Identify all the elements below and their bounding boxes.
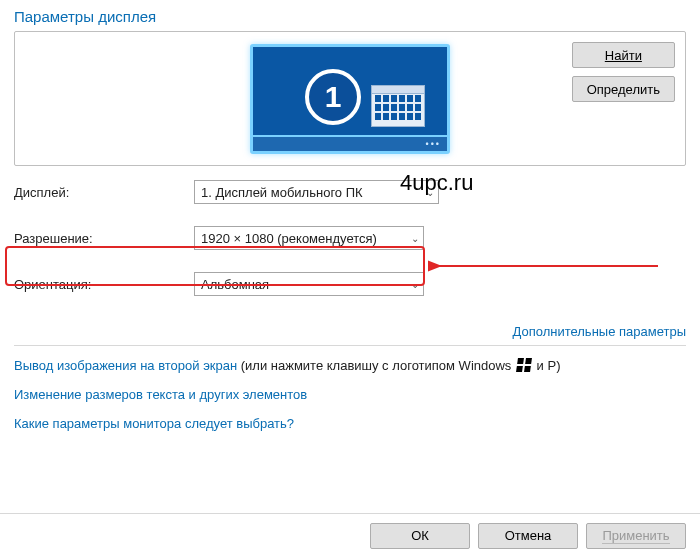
ok-button[interactable]: ОК [370, 523, 470, 549]
advanced-settings-link[interactable]: Дополнительные параметры [512, 324, 686, 339]
apply-button[interactable]: Применить [586, 523, 686, 549]
display-select-value: 1. Дисплей мобильного ПК [201, 185, 363, 200]
resolution-select-value: 1920 × 1080 (рекомендуется) [201, 231, 377, 246]
monitor-number-badge: 1 [305, 69, 361, 125]
text-scaling-link[interactable]: Изменение размеров текста и других элеме… [14, 387, 307, 402]
project-second-screen-link[interactable]: Вывод изображения на второй экран [14, 358, 237, 373]
display-row: Дисплей: 1. Дисплей мобильного ПК ⌄ [14, 180, 686, 204]
section-title: Параметры дисплея [14, 8, 686, 25]
help-text: и P) [533, 358, 561, 373]
orientation-label: Ориентация: [14, 277, 194, 292]
watermark-text: 4upc.ru [400, 170, 473, 196]
cancel-button[interactable]: Отмена [478, 523, 578, 549]
monitor-thumbnail[interactable]: 1 ••• [250, 44, 450, 154]
chevron-down-icon: ⌄ [411, 279, 419, 290]
display-label: Дисплей: [14, 185, 194, 200]
resolution-select[interactable]: 1920 × 1080 (рекомендуется) ⌄ [194, 226, 424, 250]
monitor-identify-panel: 1 ••• Найти Определить [14, 31, 686, 166]
dialog-footer: ОК Отмена Применить [0, 513, 700, 557]
find-button[interactable]: Найти [572, 42, 675, 68]
orientation-row: Ориентация: Альбомная ⌄ [14, 272, 686, 296]
detect-button[interactable]: Определить [572, 76, 675, 102]
taskbar-dots-icon: ••• [426, 139, 441, 149]
orientation-select[interactable]: Альбомная ⌄ [194, 272, 424, 296]
resolution-label: Разрешение: [14, 231, 194, 246]
separator [14, 345, 686, 346]
calendar-grid-icon [371, 85, 425, 127]
resolution-row: Разрешение: 1920 × 1080 (рекомендуется) … [14, 226, 686, 250]
monitor-params-help-link[interactable]: Какие параметры монитора следует выбрать… [14, 416, 294, 431]
windows-logo-icon [516, 358, 532, 372]
help-links-block: Вывод изображения на второй экран (или н… [14, 358, 686, 431]
help-text: (или нажмите клавишу с логотипом Windows [237, 358, 515, 373]
chevron-down-icon: ⌄ [411, 233, 419, 244]
orientation-select-value: Альбомная [201, 277, 269, 292]
